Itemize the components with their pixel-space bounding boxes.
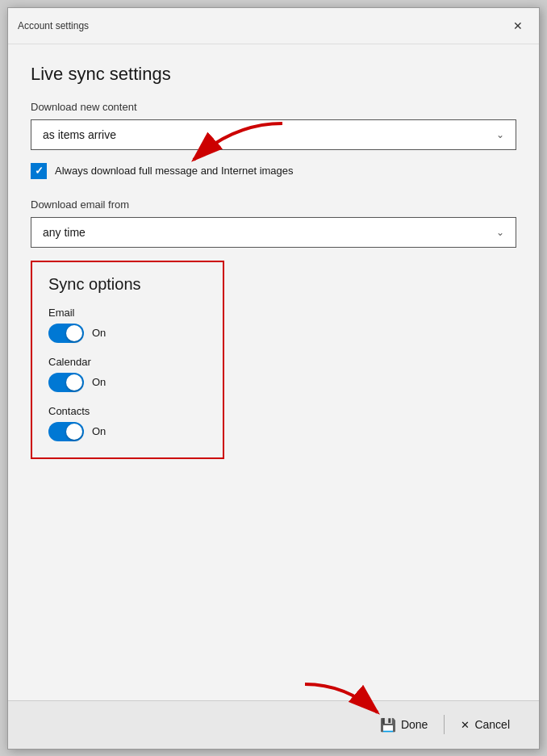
cancel-button[interactable]: ✕ Cancel [448,712,523,737]
contacts-toggle-row: Contacts On [48,405,207,441]
contacts-toggle-state: On [92,425,106,437]
download-email-from-value: any time [43,226,86,239]
email-toggle-knob [66,325,82,341]
done-button[interactable]: 💾 Done [367,711,441,739]
calendar-toggle-container: On [48,373,207,392]
email-toggle-container: On [48,324,207,343]
calendar-toggle[interactable] [48,373,84,392]
email-toggle-row: Email On [48,307,207,343]
download-new-content-dropdown[interactable]: as items arrive ⌄ [31,119,516,150]
download-email-from-dropdown[interactable]: any time ⌄ [31,217,516,248]
save-icon: 💾 [380,717,396,733]
download-email-from-label: Download email from [31,198,516,211]
contacts-toggle-label: Contacts [48,405,207,417]
cancel-icon: ✕ [461,719,470,731]
calendar-toggle-knob [66,374,82,391]
account-settings-dialog: Account settings ✕ Live sync settings Do… [7,7,540,750]
download-new-content-value: as items arrive [43,128,116,141]
dialog-title: Account settings [18,20,89,31]
cancel-label: Cancel [474,718,510,731]
contacts-toggle[interactable] [48,422,84,441]
calendar-toggle-state: On [92,376,106,388]
sync-options-heading: Sync options [48,275,207,294]
close-button[interactable]: ✕ [507,15,529,37]
checkmark-icon: ✓ [35,165,44,177]
calendar-toggle-label: Calendar [48,356,207,368]
always-download-row: ✓ Always download full message and Inter… [31,163,516,179]
email-toggle[interactable] [48,324,84,343]
footer-divider [444,715,445,734]
chevron-down-icon: ⌄ [496,129,504,140]
title-bar: Account settings ✕ [8,8,539,44]
done-label: Done [401,718,428,731]
calendar-toggle-row: Calendar On [48,356,207,392]
always-download-checkbox[interactable]: ✓ [31,163,47,179]
chevron-down-icon-2: ⌄ [496,227,504,238]
sync-options-box: Sync options Email On Calendar [31,261,224,459]
dialog-content: Live sync settings Download new content … [8,44,539,700]
contacts-toggle-knob [66,424,82,440]
footer: 💾 Done ✕ Cancel [8,700,539,749]
email-toggle-label: Email [48,307,207,319]
contacts-toggle-container: On [48,422,207,441]
email-toggle-state: On [92,327,106,339]
download-new-content-label: Download new content [31,101,516,113]
always-download-label: Always download full message and Interne… [55,165,294,177]
live-sync-heading: Live sync settings [31,64,516,85]
